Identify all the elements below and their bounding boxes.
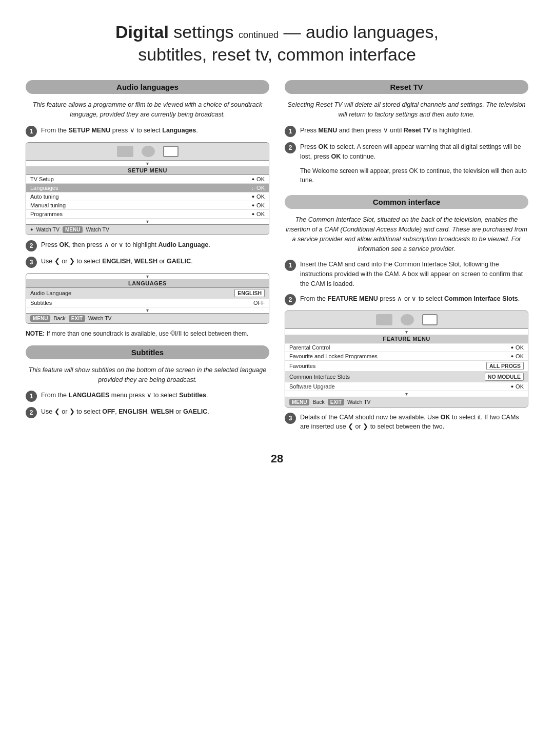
feat-row-fav-locked: Favourite and Locked Programmes ● OK (285, 352, 528, 361)
feature-menu-icons (285, 311, 528, 329)
setup-menu-footer: ● Watch TV MENU Watch TV (26, 224, 269, 235)
title-bold: Digital (115, 22, 169, 42)
step-num-3: 3 (26, 257, 37, 268)
step-text-2: Press OK, then press ∧ or ∨ to highlight… (41, 240, 269, 250)
menu-arrow-down: ▾ (26, 161, 269, 166)
menu-row-programmes: Programmes ● OK (26, 210, 269, 219)
menu-row-tvsetup: TV Setup ● OK (26, 175, 269, 184)
feat-menu-footer: MENU Back EXIT Watch TV (285, 397, 528, 407)
reset-step-num-1: 1 (285, 126, 296, 137)
step-num-1: 1 (26, 126, 37, 137)
feat-icon-tv (422, 314, 438, 325)
lang-arrow-down2: ▾ (26, 307, 269, 313)
common-interface-section: Common interface The Common Interface Sl… (285, 195, 528, 432)
menu-row-manualtuning: Manual tuning ● OK (26, 201, 269, 210)
icon-tv (163, 146, 179, 157)
ci-step-num-1: 1 (285, 260, 296, 271)
menu-value-manualtuning: ● OK (252, 202, 265, 208)
audio-languages-intro: This feature allows a programme or film … (26, 100, 269, 120)
feat-back: Back (312, 399, 324, 405)
languages-menu-box: ▾ LANGUAGES Audio Language ENGLISH Subti… (26, 273, 269, 324)
audio-languages-section: Audio languages This feature allows a pr… (26, 80, 269, 338)
feat-value-parental: ● OK (511, 344, 524, 351)
feat-label-parental: Parental Control (289, 344, 330, 351)
page-title: Digital settings continued — audio langu… (26, 21, 528, 66)
setup-menu-title: SETUP MENU (26, 166, 269, 175)
menu-label-manualtuning: Manual tuning (30, 202, 66, 208)
step-num-2: 2 (26, 240, 37, 251)
lang-arrow-down: ▾ (26, 274, 269, 279)
menu-label-tvsetup: TV Setup (30, 176, 54, 182)
menu-row-languages: Languages ·:· OK (26, 184, 269, 192)
feat-arrow-down: ▾ (285, 329, 528, 335)
right-column: Reset TV Selecting Reset TV will delete … (285, 80, 528, 437)
audio-step-2: 2 Press OK, then press ∧ or ∨ to highlig… (26, 240, 269, 251)
footer-watchtv2: Watch TV (86, 226, 109, 232)
feat-label-ci-slots: Common Interface Slots (289, 374, 350, 380)
lang-watchtv: Watch TV (88, 315, 112, 321)
sub-step-num-1: 1 (26, 391, 37, 402)
lang-back: Back (53, 315, 65, 321)
reset-step-text-2: Press OK to select. A screen will appear… (300, 142, 528, 162)
audio-languages-header: Audio languages (26, 80, 269, 94)
common-interface-intro: The Common Interface Slot, situated on t… (285, 215, 528, 254)
footer-dot: ● (30, 227, 33, 232)
lang-label-subtitles: Subtitles (30, 300, 52, 306)
ci-step-num-3: 3 (285, 413, 296, 424)
reset-step-text-1: Press MENU and then press ∨ until Reset … (300, 126, 528, 135)
ci-step-text-1: Insert the CAM and card into the Common … (300, 260, 528, 288)
lang-menu-btn: MENU (30, 315, 50, 322)
menu-row-autotuning: Auto tuning ● OK (26, 192, 269, 201)
icon-settings (142, 146, 155, 157)
subtitles-intro: This feature will show subtitles on the … (26, 365, 269, 385)
menu-arrow-down2: ▾ (26, 219, 269, 224)
reset-step-2: 2 Press OK to select. A screen will appe… (285, 142, 528, 162)
feat-row-ci-slots: Common Interface Slots NO MODULE (285, 372, 528, 382)
reset-step-num-2: 2 (285, 142, 296, 153)
subtitles-header: Subtitles (26, 345, 269, 359)
feat-watchtv: Watch TV (347, 399, 371, 405)
lang-row-subtitles: Subtitles OFF (26, 299, 269, 307)
english-box: ENGLISH (234, 289, 265, 297)
feat-exit-btn: EXIT (328, 399, 344, 405)
audio-step-1: 1 From the SETUP MENU press ∨ to select … (26, 126, 269, 137)
lang-value-subtitles: OFF (253, 300, 265, 306)
footer-menu-btn: MENU (63, 226, 83, 233)
menu-label-languages: Languages (30, 185, 58, 191)
feat-arrow-down2: ▾ (285, 391, 528, 397)
feat-value-software: ● OK (511, 383, 524, 390)
lang-value-audiolang: ENGLISH (234, 289, 265, 297)
ci-step-1: 1 Insert the CAM and card into the Commo… (285, 260, 528, 288)
common-interface-header: Common interface (285, 195, 528, 209)
menu-label-autotuning: Auto tuning (30, 193, 59, 200)
subtitles-step-1: 1 From the LANGUAGES menu press ∨ to sel… (26, 391, 269, 402)
feat-label-fav-locked: Favourite and Locked Programmes (289, 353, 378, 359)
lang-exit-btn: EXIT (69, 315, 85, 322)
menu-value-autotuning: ● OK (252, 193, 265, 200)
ci-step-3: 3 Details of the CAM should now be avail… (285, 413, 528, 432)
reset-tv-section: Reset TV Selecting Reset TV will delete … (285, 80, 528, 185)
title-continued: continued (239, 30, 279, 40)
setup-menu-icons (26, 143, 269, 161)
setup-menu-box: ▾ SETUP MENU TV Setup ● OK Languages ·:·… (26, 142, 269, 235)
icon-antenna (117, 146, 133, 157)
feature-menu-box: ▾ FEATURE MENU Parental Control ● OK Fav… (285, 311, 528, 408)
reset-step-1: 1 Press MENU and then press ∨ until Rese… (285, 126, 528, 137)
title-rest: settings (169, 22, 239, 42)
left-column: Audio languages This feature allows a pr… (26, 80, 269, 437)
menu-value-tvsetup: ● OK (252, 176, 265, 182)
lang-menu-footer: MENU Back EXIT Watch TV (26, 313, 269, 323)
allprogs-box: ALL PROGS (486, 362, 524, 370)
languages-menu-title: LANGUAGES (26, 279, 269, 288)
feat-label-software: Software Upgrade (289, 383, 335, 390)
lang-row-audiolang: Audio Language ENGLISH (26, 288, 269, 299)
title-dash: — audio languages, (279, 22, 439, 42)
feat-row-parental: Parental Control ● OK (285, 343, 528, 352)
feat-menu-btn: MENU (289, 399, 309, 405)
subtitles-step-2: 2 Use ❮ or ❯ to select OFF, ENGLISH, WEL… (26, 407, 269, 418)
feature-menu-title: FEATURE MENU (285, 335, 528, 343)
step-text-1: From the SETUP MENU press ∨ to select La… (41, 126, 269, 135)
ci-step-num-2: 2 (285, 294, 296, 305)
menu-value-languages: ·:· OK (250, 185, 265, 191)
title-line2: subtitles, reset tv, common interface (26, 43, 528, 66)
